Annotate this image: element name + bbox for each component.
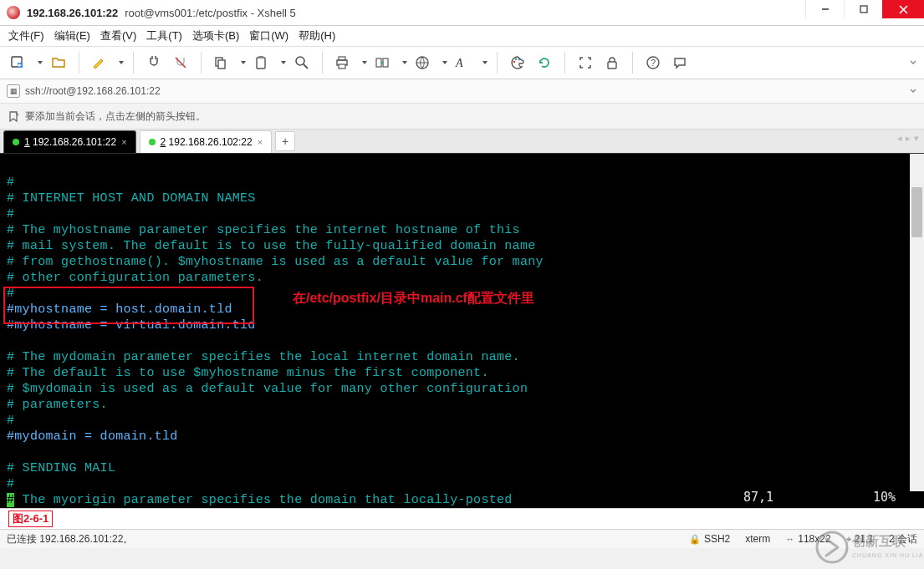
hint-text: 要添加当前会话，点击左侧的箭头按钮。 [25, 109, 206, 124]
paste-icon [253, 55, 268, 70]
terminal-scrollbar[interactable] [910, 154, 924, 491]
find-button[interactable] [290, 51, 314, 74]
menu-tabs[interactable]: 选项卡(B) [192, 28, 239, 43]
palette-icon [510, 55, 525, 70]
refresh-icon [537, 55, 552, 70]
status-dot-icon [13, 139, 19, 145]
terminal-pane[interactable]: # # INTERNET HOST AND DOMAIN NAMES # # T… [0, 153, 924, 508]
scrollbar-thumb[interactable] [911, 187, 922, 237]
search-icon [294, 55, 309, 70]
maximize-button[interactable] [844, 0, 882, 18]
tab-next-button[interactable]: ▸ [906, 133, 911, 144]
tab-close-button[interactable]: × [121, 137, 126, 147]
bookmark-add-icon[interactable] [7, 109, 20, 123]
print-button[interactable] [331, 51, 368, 74]
new-session-button[interactable] [7, 51, 43, 74]
lock-button[interactable] [600, 51, 624, 74]
app-icon [7, 6, 20, 19]
status-right-group: 🔒SSH2 xterm ↔118x22 ⌖21,1 2 会话 [689, 532, 917, 546]
svg-rect-12 [218, 60, 225, 69]
copy-icon [213, 55, 228, 70]
svg-point-24 [513, 61, 515, 63]
toolbar-separator [79, 52, 79, 74]
chevron-down-icon [241, 61, 246, 64]
hint-bar: 要添加当前会话，点击左侧的箭头按钮。 [0, 104, 924, 130]
status-cursor-pos: ⌖21,1 [846, 533, 874, 545]
tab-label: 2 192.168.26.102:22 [161, 136, 253, 148]
status-sessions: 2 会话 [889, 532, 917, 546]
address-url[interactable]: ssh://root@192.168.26.101:22 [25, 85, 161, 97]
menu-window[interactable]: 窗口(W) [249, 28, 288, 43]
toolbar-separator [632, 52, 633, 74]
chat-icon [672, 55, 687, 70]
status-term-type: xterm [745, 533, 770, 545]
session-tab-1[interactable]: 1 192.168.26.101:22 × [3, 130, 136, 153]
web-button[interactable] [411, 51, 448, 74]
svg-rect-13 [257, 58, 265, 69]
transfer-icon [375, 55, 390, 70]
figure-caption-bar: 图2-6-1 [0, 508, 924, 529]
highlight-button[interactable] [88, 51, 125, 74]
disconnect-button[interactable] [169, 51, 192, 74]
toolbar-overflow[interactable] [909, 51, 917, 74]
chevron-down-icon [119, 61, 124, 64]
toolbar-separator [201, 52, 202, 74]
toolbar: A ? [0, 47, 924, 79]
tab-list-button[interactable]: ▾ [914, 133, 919, 144]
status-connection: 已连接 192.168.26.101:22。 [7, 532, 133, 546]
ssh-icon: ▦ [7, 84, 20, 98]
copy-button[interactable] [210, 51, 247, 74]
chevron-down-icon [362, 61, 367, 64]
window-titlebar: 192.168.26.101:22 root@vms001:/etc/postf… [0, 0, 924, 26]
transfer-button[interactable] [371, 51, 408, 74]
status-ssh: 🔒SSH2 [689, 533, 730, 545]
chevron-down-icon [910, 58, 916, 68]
chevron-down-icon [442, 61, 447, 64]
address-bar: ▦ ssh://root@192.168.26.101:22 [0, 79, 924, 104]
addressbar-overflow[interactable] [909, 82, 917, 100]
resize-icon: ↔ [785, 534, 794, 544]
open-session-button[interactable] [47, 51, 70, 74]
title-session: root@vms001:/etc/postfix - Xshell 5 [125, 7, 296, 19]
feedback-button[interactable] [668, 51, 692, 74]
session-tab-2[interactable]: 2 192.168.26.102:22 × [140, 130, 273, 153]
toolbar-separator [322, 52, 323, 74]
refresh-button[interactable] [533, 51, 556, 74]
tab-close-button[interactable]: × [258, 137, 263, 147]
help-button[interactable]: ? [641, 51, 665, 74]
svg-point-15 [296, 57, 304, 65]
lock-icon: 🔒 [689, 534, 701, 545]
fullscreen-button[interactable] [574, 51, 597, 74]
status-dot-icon [149, 139, 156, 145]
svg-point-26 [518, 58, 520, 60]
chevron-down-icon [402, 61, 407, 64]
window-controls [805, 0, 924, 18]
session-tab-row: 1 192.168.26.101:22 × 2 192.168.26.102:2… [0, 130, 924, 153]
toolbar-separator [497, 52, 498, 74]
menu-file[interactable]: 文件(F) [8, 28, 44, 43]
menubar: 文件(F) 编辑(E) 查看(V) 工具(T) 选项卡(B) 窗口(W) 帮助(… [0, 26, 924, 47]
new-session-icon [10, 55, 25, 70]
tab-label: 1 192.168.26.101:22 [24, 136, 116, 148]
menu-edit[interactable]: 编辑(E) [54, 28, 90, 43]
chevron-down-icon [281, 61, 286, 64]
svg-text:?: ? [651, 58, 656, 68]
maximize-icon [860, 5, 868, 13]
menu-help[interactable]: 帮助(H) [299, 28, 335, 43]
minimize-button[interactable] [805, 0, 844, 18]
color-scheme-button[interactable] [506, 51, 529, 74]
terminal-percent: 10% [873, 490, 896, 505]
terminal-position: 87,1 [743, 490, 773, 505]
menu-tools[interactable]: 工具(T) [146, 28, 182, 43]
chevron-down-icon [910, 86, 916, 96]
reconnect-button[interactable] [142, 51, 166, 74]
menu-view[interactable]: 查看(V) [100, 28, 136, 43]
font-button[interactable]: A [452, 51, 488, 74]
paste-button[interactable] [250, 51, 287, 74]
tab-prev-button[interactable]: ◂ [897, 133, 902, 144]
add-tab-button[interactable]: + [275, 131, 295, 151]
figure-label: 图2-6-1 [8, 511, 53, 527]
cursor-icon: ⌖ [846, 534, 851, 545]
close-button[interactable] [882, 0, 924, 18]
fullscreen-icon [578, 55, 593, 70]
